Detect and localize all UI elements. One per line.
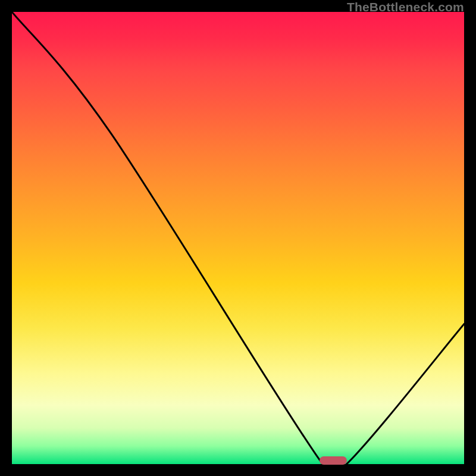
optimum-marker xyxy=(320,456,347,465)
plot-area xyxy=(12,12,464,464)
chart-frame: TheBottleneck.com xyxy=(0,0,476,476)
bottleneck-curve xyxy=(12,12,464,464)
